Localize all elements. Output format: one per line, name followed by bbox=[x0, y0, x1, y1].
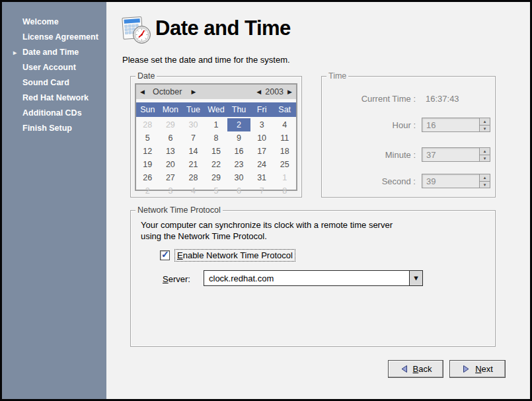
hour-spin-up-icon[interactable]: ▴ bbox=[480, 118, 490, 126]
main-content: Date and Time Please set the date and ti… bbox=[106, 2, 530, 399]
prev-year-icon[interactable]: ◀ bbox=[252, 89, 265, 95]
calendar-day[interactable]: 4 bbox=[273, 118, 296, 131]
hour-value: 16 bbox=[422, 118, 479, 131]
calendar-day[interactable]: 18 bbox=[273, 145, 296, 158]
next-button-label: Next bbox=[475, 364, 493, 374]
server-combobox[interactable]: clock.redhat.com ▾ bbox=[204, 270, 423, 286]
weekday-mon: Mon bbox=[159, 105, 182, 114]
second-spinner[interactable]: 39 ▴ ▾ bbox=[422, 174, 490, 188]
second-label: Second : bbox=[322, 176, 416, 186]
minute-spin-up-icon[interactable]: ▴ bbox=[480, 148, 490, 155]
calendar-day[interactable]: 5 bbox=[136, 131, 159, 145]
sidebar-item-sound-card: Sound Card bbox=[2, 75, 106, 91]
calendar-day[interactable]: 5 bbox=[205, 184, 228, 198]
calendar-day[interactable]: 8 bbox=[273, 184, 296, 198]
calendar-clock-icon bbox=[120, 13, 152, 48]
next-button[interactable]: Next bbox=[449, 360, 506, 378]
back-button-label: Back bbox=[413, 364, 432, 374]
setup-wizard-window: WelcomeLicense Agreement▸Date and TimeUs… bbox=[0, 0, 532, 401]
calendar-day[interactable]: 24 bbox=[250, 158, 274, 171]
calendar-day[interactable]: 13 bbox=[159, 145, 182, 158]
sidebar-item-label: Additional CDs bbox=[22, 108, 82, 118]
calendar-day[interactable]: 8 bbox=[205, 131, 228, 145]
calendar-day[interactable]: 6 bbox=[227, 184, 250, 198]
second-spin-up-icon[interactable]: ▴ bbox=[480, 174, 490, 182]
calendar-day[interactable]: 4 bbox=[182, 184, 205, 198]
calendar-day[interactable]: 26 bbox=[136, 171, 159, 184]
sidebar-item-label: Sound Card bbox=[22, 78, 69, 87]
calendar-day[interactable]: 29 bbox=[205, 171, 228, 184]
server-label: Server: bbox=[163, 274, 190, 284]
calendar-day[interactable]: 9 bbox=[227, 131, 250, 145]
ntp-group-title: Network Time Protocol bbox=[135, 205, 223, 215]
time-groupbox: Time Current Time : 16:37:43 Hour : 16 ▴… bbox=[321, 76, 496, 198]
calendar-month-label: October bbox=[153, 87, 182, 96]
sidebar: WelcomeLicense Agreement▸Date and TimeUs… bbox=[2, 2, 106, 399]
ntp-description-line1: Your computer can synchronize its clock … bbox=[141, 219, 393, 231]
calendar-day[interactable]: 19 bbox=[136, 158, 159, 171]
calendar-day[interactable]: 23 bbox=[227, 158, 250, 171]
calendar-day[interactable]: 16 bbox=[227, 145, 250, 158]
calendar-day[interactable]: 28 bbox=[182, 171, 205, 184]
calendar-day[interactable]: 10 bbox=[250, 131, 274, 145]
calendar-grid: 2829301234567891011121314151617181920212… bbox=[136, 118, 296, 198]
calendar-day[interactable]: 30 bbox=[182, 118, 205, 131]
calendar-day[interactable]: 1 bbox=[205, 118, 228, 131]
calendar-day[interactable]: 31 bbox=[250, 171, 274, 184]
sidebar-item-label: Date and Time bbox=[22, 48, 79, 57]
calendar-day[interactable]: 15 bbox=[205, 145, 228, 158]
calendar-day[interactable]: 2 bbox=[136, 184, 159, 198]
minute-spinner[interactable]: 37 ▴ ▾ bbox=[422, 147, 490, 162]
calendar-day-selected[interactable]: 2 bbox=[227, 118, 250, 131]
calendar-day[interactable]: 17 bbox=[250, 145, 274, 158]
sidebar-item-label: License Agreement bbox=[22, 32, 98, 42]
weekday-wed: Wed bbox=[205, 105, 228, 114]
sidebar-item-label: Finish Setup bbox=[22, 124, 72, 133]
calendar-weekday-header: SunMonTueWedThuFriSat bbox=[136, 102, 296, 117]
prev-month-icon[interactable]: ◀ bbox=[136, 89, 149, 95]
calendar-day[interactable]: 30 bbox=[227, 171, 250, 184]
calendar-day[interactable]: 6 bbox=[159, 131, 182, 145]
calendar-day[interactable]: 7 bbox=[182, 131, 205, 145]
weekday-sun: Sun bbox=[136, 105, 159, 114]
calendar-day[interactable]: 22 bbox=[205, 158, 228, 171]
ntp-groupbox: Network Time Protocol Your computer can … bbox=[130, 210, 496, 347]
calendar-day[interactable]: 11 bbox=[273, 131, 296, 145]
active-step-arrow-icon: ▸ bbox=[13, 45, 17, 60]
weekday-sat: Sat bbox=[273, 105, 296, 114]
second-spin-down-icon[interactable]: ▾ bbox=[480, 182, 490, 188]
hour-spin-down-icon[interactable]: ▾ bbox=[480, 126, 490, 132]
calendar-day[interactable]: 29 bbox=[159, 118, 182, 131]
calendar-day[interactable]: 1 bbox=[273, 171, 296, 184]
calendar-day[interactable]: 14 bbox=[182, 145, 205, 158]
calendar-day[interactable]: 3 bbox=[250, 118, 274, 131]
calendar-day[interactable]: 3 bbox=[159, 184, 182, 198]
current-time-value: 16:37:43 bbox=[426, 94, 459, 104]
calendar-day[interactable]: 21 bbox=[182, 158, 205, 171]
calendar-day[interactable]: 7 bbox=[250, 184, 274, 198]
ntp-description: Your computer can synchronize its clock … bbox=[141, 219, 393, 242]
sidebar-item-user-account: User Account bbox=[2, 60, 106, 75]
time-group-title: Time bbox=[326, 71, 348, 81]
ntp-description-line2: using the Network Time Protocol. bbox=[141, 231, 393, 242]
calendar-day[interactable]: 25 bbox=[273, 158, 296, 171]
calendar-day[interactable]: 27 bbox=[159, 171, 182, 184]
ntp-enable-checkbox[interactable]: ✓ bbox=[160, 250, 170, 260]
sidebar-item-license-agreement: License Agreement bbox=[2, 30, 106, 45]
hour-spinner[interactable]: 16 ▴ ▾ bbox=[422, 118, 490, 132]
next-year-icon[interactable]: ▶ bbox=[284, 89, 296, 95]
minute-label: Minute : bbox=[322, 150, 416, 160]
calendar-day[interactable]: 12 bbox=[136, 145, 159, 158]
sidebar-item-additional-cds: Additional CDs bbox=[2, 106, 106, 121]
combo-dropdown-icon[interactable]: ▾ bbox=[410, 270, 423, 286]
back-button[interactable]: Back bbox=[388, 360, 443, 378]
page-title: Date and Time bbox=[155, 17, 291, 40]
minute-spin-down-icon[interactable]: ▾ bbox=[480, 155, 490, 162]
calendar-day[interactable]: 20 bbox=[159, 158, 182, 171]
next-month-icon[interactable]: ▶ bbox=[187, 89, 200, 95]
sidebar-item-label: Red Hat Network bbox=[22, 93, 89, 102]
ntp-enable-row: ✓ Enable Network Time Protocol bbox=[160, 249, 295, 262]
ntp-enable-label[interactable]: Enable Network Time Protocol bbox=[174, 249, 295, 262]
server-combobox-value[interactable]: clock.redhat.com bbox=[204, 270, 410, 286]
calendar-day[interactable]: 28 bbox=[136, 118, 159, 131]
